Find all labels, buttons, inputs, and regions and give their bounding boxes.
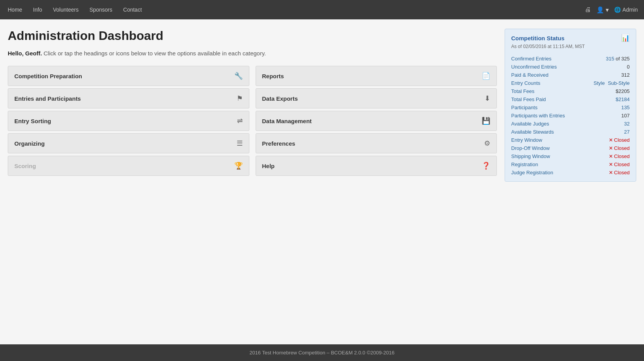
status-label-10[interactable]: Entry Window [511,137,542,143]
status-label-1[interactable]: Unconfirmed Entries [511,64,557,70]
status-title: Competition Status [511,35,565,41]
status-row-11: Drop-Off Window ✕ Closed [511,144,630,152]
page-content: Administration Dashboard Hello, Geoff. C… [0,19,644,344]
status-header: Competition Status 📊 [511,34,630,42]
admin-link[interactable]: 🌐 Admin [614,7,638,13]
card-icon-entry-sorting: ⇌ [237,117,243,125]
status-label-3[interactable]: Entry Counts [511,80,540,86]
nav-link-volunteers[interactable]: Volunteers [52,4,80,15]
status-label-9[interactable]: Available Stewards [511,129,554,135]
status-label-12[interactable]: Shipping Window [511,153,550,159]
admin-label: Admin [622,7,638,13]
x-icon-14: ✕ [609,170,613,175]
right-column: Reports 📄 Data Exports ⬇ Data Management… [256,66,497,176]
status-value-substyle-3[interactable]: Sub-Style [608,80,630,86]
status-value-8[interactable]: 32 [624,121,630,127]
x-icon-11: ✕ [609,145,613,151]
status-label-11[interactable]: Drop-Off Window [511,145,550,151]
card-preferences[interactable]: Preferences ⚙ [256,133,497,153]
status-row-13: Registration ✕ Closed [511,160,630,168]
status-label-2[interactable]: Paid & Received [511,72,548,78]
intro-text: Hello, Geoff. Click or tap the headings … [8,50,497,57]
card-label-data-exports: Data Exports [262,95,298,102]
greeting: Hello, Geoff. [8,50,42,57]
status-row-0: Confirmed Entries315 of 325 [511,55,630,63]
card-entries-participants[interactable]: Entries and Participants ⚑ [8,88,249,108]
nav-link-home[interactable]: Home [6,4,24,15]
card-icon-competition-preparation: 🔧 [234,72,243,80]
footer: 2016 Test Homebrew Competition – BCOE&M … [0,344,644,361]
card-icon-organizing: ☰ [237,139,243,148]
status-value-11: ✕ Closed [609,145,630,151]
x-icon-12: ✕ [609,153,613,159]
card-help[interactable]: Help ❓ [256,156,497,176]
card-icon-entries-participants: ⚑ [237,94,243,103]
status-value-style-3[interactable]: Style [594,80,605,86]
card-icon-scoring: 🏆 [234,162,243,170]
card-data-management[interactable]: Data Management 💾 [256,111,497,131]
navbar: HomeInfoVolunteersSponsorsContact 🖨 👤 ▾ … [0,0,644,19]
status-label-13[interactable]: Registration [511,162,538,167]
card-entry-sorting[interactable]: Entry Sorting ⇌ [8,111,249,131]
status-card: Competition Status 📊 As of 02/05/2016 at… [505,29,636,182]
sidebar: Competition Status 📊 As of 02/05/2016 at… [505,29,636,182]
status-label-4[interactable]: Total Fees [511,88,534,94]
status-row-9: Available Stewards27 [511,128,630,136]
closed-text-14: Closed [614,170,630,175]
chart-icon[interactable]: 📊 [621,34,630,42]
closed-text-13: Closed [614,162,630,167]
card-label-organizing: Organizing [14,140,45,147]
status-label-8[interactable]: Available Judges [511,121,549,127]
status-value-12: ✕ Closed [609,153,630,159]
closed-text-10: Closed [614,137,630,143]
print-icon[interactable]: 🖨 [585,6,591,13]
card-label-competition-preparation: Competition Preparation [14,73,82,79]
status-value-group-3: Style Sub-Style [594,80,630,86]
x-icon-10: ✕ [609,137,613,143]
main-area: Administration Dashboard Hello, Geoff. C… [8,29,497,176]
status-rows: Confirmed Entries315 of 325Unconfirmed E… [511,55,630,177]
card-icon-preferences: ⚙ [484,139,490,148]
status-label-6[interactable]: Participants [511,105,538,110]
card-reports[interactable]: Reports 📄 [256,66,497,86]
status-value-6[interactable]: 135 [621,105,630,110]
footer-text: 2016 Test Homebrew Competition – BCOE&M … [249,350,394,356]
nav-right: 🖨 👤 ▾ 🌐 Admin [585,6,638,14]
status-row-14: Judge Registration ✕ Closed [511,168,630,177]
status-label-5[interactable]: Total Fees Paid [511,96,546,102]
card-label-preferences: Preferences [262,140,295,147]
status-value-link-0[interactable]: 315 [606,56,615,62]
closed-text-12: Closed [614,153,630,159]
status-row-12: Shipping Window ✕ Closed [511,152,630,160]
status-value-2: 312 [621,72,630,78]
page-title: Administration Dashboard [8,29,497,43]
card-organizing[interactable]: Organizing ☰ [8,133,249,153]
card-data-exports[interactable]: Data Exports ⬇ [256,88,497,108]
card-icon-help: ❓ [482,162,490,170]
status-row-2: Paid & Received312 [511,71,630,79]
status-label-14[interactable]: Judge Registration [511,170,553,175]
nav-link-info[interactable]: Info [31,4,43,15]
status-label-7[interactable]: Participants with Entries [511,113,565,119]
nav-link-sponsors[interactable]: Sponsors [88,4,114,15]
status-label-0[interactable]: Confirmed Entries [511,56,551,62]
user-icon[interactable]: 👤 ▾ [596,6,609,14]
x-icon-13: ✕ [609,162,613,167]
status-row-3: Entry Counts Style Sub-Style [511,79,630,87]
status-value-5[interactable]: $2184 [616,96,630,102]
status-date: As of 02/05/2016 at 11:15 AM, MST [511,44,630,49]
status-row-7: Participants with Entries107 [511,112,630,120]
card-scoring: Scoring 🏆 [8,156,249,176]
card-label-scoring: Scoring [14,163,36,169]
card-label-entries-participants: Entries and Participants [14,95,81,102]
status-value-9[interactable]: 27 [624,129,630,135]
status-row-8: Available Judges32 [511,120,630,128]
card-label-help: Help [262,163,275,169]
status-value-7: 107 [621,113,630,119]
card-label-entry-sorting: Entry Sorting [14,118,51,124]
nav-link-contact[interactable]: Contact [122,4,143,15]
card-competition-preparation[interactable]: Competition Preparation 🔧 [8,66,249,86]
status-row-10: Entry Window ✕ Closed [511,136,630,144]
status-row-1: Unconfirmed Entries0 [511,63,630,71]
status-value-10: ✕ Closed [609,137,630,143]
